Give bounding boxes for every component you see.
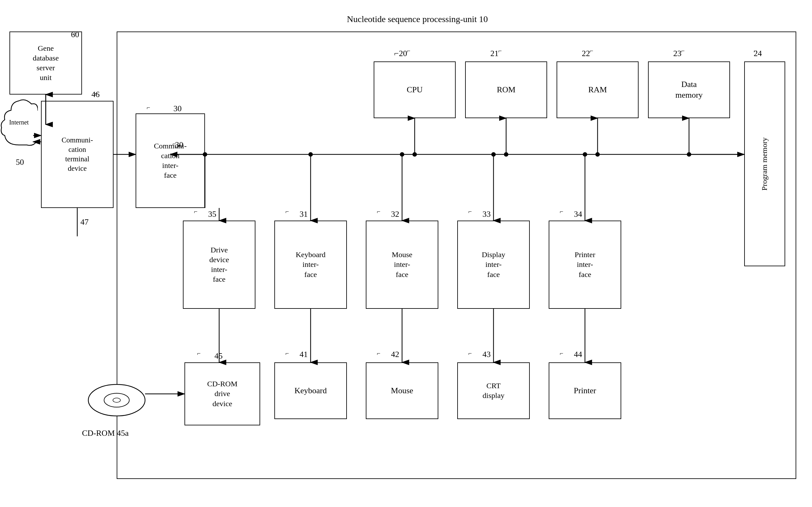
printer-bracket-sym: ⌐ [560,350,563,357]
printer-interface-number: 34 [574,210,582,219]
ram-number: 22 [582,49,590,58]
comm-interface-number: 30 [173,104,182,113]
mouse-interface-number: 32 [391,210,399,219]
cpu-bracket: ⌐ [394,49,399,58]
keyboard-number: 41 [300,350,308,359]
cpu-bracket-sym: ⌐ [407,47,410,55]
keyboard-interface-number: 31 [300,210,308,219]
crt-bracket-sym: ⌐ [468,350,472,357]
commterm-bracket-sym: ⌐ [95,90,98,97]
mouseif-bracket-sym: ⌐ [377,208,380,215]
program-memory-box: Program memory [744,61,785,266]
driveif-bracket-sym: ⌐ [194,208,197,215]
gene-database-box: Gene database server unit [9,32,82,95]
printer-interface-box: Printer inter- face [549,221,621,309]
commif-bracket-sym: ⌐ [147,104,150,111]
dispif-bracket-sym: ⌐ [468,208,472,215]
printer-number: 44 [574,350,582,359]
label-47: 47 [81,217,89,227]
bus-bracket-sym: ⌐ [172,140,176,148]
bus-number-30: 30 [175,140,183,150]
svg-text:Internet: Internet [9,119,29,126]
mouse-box: Mouse [366,362,438,419]
comm-terminal-box: Communi- cation terminal device [41,101,113,208]
mouse-interface-box: Mouse inter- face [366,221,438,309]
rom-box: ROM [465,61,547,118]
comm-interface-box: Communi- cation inter- face [136,113,205,208]
cdrom-drive-number: 45 [214,351,223,361]
drive-device-interface-box: Drive device inter- face [183,221,255,309]
printer-box: Printer [549,362,621,419]
ram-bracket-sym: ⌐ [590,47,593,55]
rom-number: 21 [490,49,499,58]
internet-number: 50 [16,158,24,167]
display-interface-box: Display inter- face [457,221,530,309]
mouse-number: 42 [391,350,399,359]
ram-box: RAM [557,61,639,118]
internet-cloud: Internet [0,88,38,151]
kbif-bracket-sym: ⌐ [286,208,289,215]
keyboard-interface-box: Keyboard inter- face [274,221,347,309]
cpu-box: CPU [374,61,456,118]
keyboard-box: Keyboard [274,362,347,419]
mouse-bracket-sym: ⌐ [377,350,380,357]
diagram-title: Nucleotide sequence processing-unit 10 [347,14,488,24]
cdromdrive-bracket-sym: ⌐ [197,350,201,357]
svg-point-3 [113,398,120,402]
cdrom-label: CD-ROM 45a [82,429,129,438]
cdrom-disc [85,375,148,422]
rom-bracket-sym: ⌐ [498,47,502,55]
data-memory-box: Data memory [648,61,730,118]
display-interface-number: 33 [483,210,491,219]
data-memory-number: 23 [673,49,681,58]
kb-bracket-sym: ⌐ [286,350,289,357]
crt-display-box: CRT display [457,362,530,419]
progmem-bracket-sym: ⌐ [754,47,757,55]
datamem-bracket-sym: ⌐ [681,47,684,55]
drive-device-interface-number: 35 [208,210,216,219]
cdrom-drive-box: CD-ROM drive device [185,362,260,426]
genedb-bracket-sym: ⌐ [73,30,77,37]
crt-number: 43 [483,350,491,359]
printerif-bracket-sym: ⌐ [560,208,563,215]
cpu-number: 20 [399,49,407,58]
